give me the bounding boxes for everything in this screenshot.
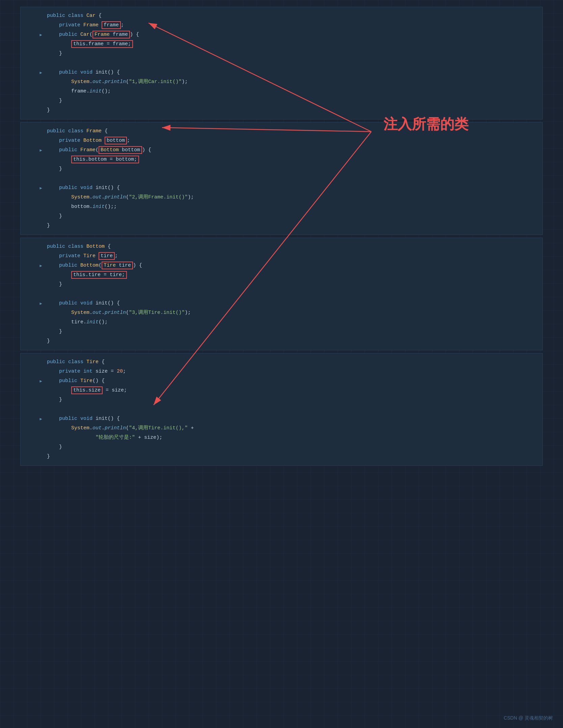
- line-car-3: ▶ public Car(Frame frame) {: [21, 30, 542, 39]
- fold-arrow-tire-constructor[interactable]: ▶: [37, 379, 44, 384]
- line-bottom-3: ▶ public Bottom(Tire tire) {: [21, 261, 542, 270]
- code-text: private Frame frame;: [44, 21, 542, 29]
- code-text: }: [44, 328, 542, 336]
- frame-class-block: public class Frame { private Bottom bott…: [20, 122, 543, 235]
- code-text: }: [44, 337, 542, 345]
- line-car-9: frame.init();: [21, 87, 542, 96]
- line-car-8: System.out.println("1,调用Car.init()");: [21, 77, 542, 87]
- line-frame-2: private Bottom bottom;: [21, 136, 542, 145]
- code-text: public void init() {: [44, 415, 542, 423]
- fold-arrow-car-init[interactable]: ▶: [37, 70, 44, 75]
- bottom-class-block: public class Bottom { private Tire tire;…: [20, 238, 543, 350]
- line-tire-6: [21, 405, 542, 414]
- code-text: public class Car {: [44, 12, 542, 20]
- annotation-label: 注入所需的类: [383, 115, 468, 134]
- code-text: }: [44, 396, 542, 404]
- line-frame-4: this.bottom = bottom;: [21, 155, 542, 164]
- line-frame-5: }: [21, 164, 542, 174]
- code-text: }: [44, 106, 542, 114]
- watermark: CSDN @ 灵魂相契的树: [504, 715, 553, 721]
- code-text: public void init() {: [44, 184, 542, 192]
- code-text: public Frame(Bottom bottom) {: [44, 146, 542, 154]
- code-text: }: [44, 165, 542, 173]
- code-text: public class Bottom {: [44, 243, 542, 251]
- line-tire-10: }: [21, 442, 542, 452]
- code-text: this.frame = frame;: [44, 40, 542, 48]
- code-text: bottom.init();;: [44, 203, 542, 211]
- code-editor: public class Car { private Frame frame; …: [0, 0, 563, 475]
- line-frame-8: System.out.println("2,调用Frame.init()");: [21, 193, 542, 202]
- code-text: public void init() {: [44, 299, 542, 307]
- code-text: this.bottom = bottom;: [44, 156, 542, 164]
- code-text: this.tire = tire;: [44, 271, 542, 279]
- line-bottom-10: }: [21, 327, 542, 336]
- line-bottom-9: tire.init();: [21, 318, 542, 327]
- code-text: System.out.println("1,调用Car.init()");: [44, 78, 542, 86]
- code-text: }: [44, 280, 542, 289]
- fold-arrow-tire-init[interactable]: ▶: [37, 416, 44, 422]
- fold-arrow-frame-constructor[interactable]: ▶: [37, 148, 44, 153]
- line-frame-11: }: [21, 221, 542, 231]
- line-bottom-4: this.tire = tire;: [21, 270, 542, 280]
- code-text: private int size = 20;: [44, 368, 542, 376]
- code-text: frame.init();: [44, 87, 542, 96]
- car-class-block: public class Car { private Frame frame; …: [20, 7, 543, 119]
- code-text: }: [44, 50, 542, 58]
- code-text: System.out.println("4,调用Tire.init()," +: [44, 424, 542, 432]
- code-text: }: [44, 222, 542, 230]
- line-bottom-8: System.out.println("3,调用Tire.init()");: [21, 308, 542, 318]
- code-text: private Tire tire;: [44, 252, 542, 260]
- code-text: tire.init();: [44, 318, 542, 326]
- code-text: private Bottom bottom;: [44, 137, 542, 145]
- line-frame-3: ▶ public Frame(Bottom bottom) {: [21, 145, 542, 155]
- code-text: System.out.println("2,调用Frame.init()");: [44, 193, 542, 201]
- line-car-11: }: [21, 106, 542, 115]
- line-tire-3: ▶ public Tire() {: [21, 376, 542, 386]
- fold-arrow-bottom-init[interactable]: ▶: [37, 301, 44, 306]
- code-text: }: [44, 212, 542, 220]
- line-car-5: }: [21, 49, 542, 58]
- code-text: public Car(Frame frame) {: [44, 31, 542, 39]
- fold-arrow-car-constructor[interactable]: ▶: [37, 32, 44, 37]
- code-text: this.size = size;: [44, 386, 542, 395]
- fold-arrow-bottom-constructor[interactable]: ▶: [37, 263, 44, 268]
- line-tire-7: ▶ public void init() {: [21, 414, 542, 424]
- tire-class-block: public class Tire { private int size = 2…: [20, 353, 543, 466]
- code-text: }: [44, 443, 542, 451]
- line-tire-9: "轮胎的尺寸是:" + size);: [21, 433, 542, 442]
- line-frame-10: }: [21, 212, 542, 221]
- line-car-7: ▶ public void init() {: [21, 68, 542, 77]
- line-bottom-5: }: [21, 280, 542, 289]
- line-tire-8: System.out.println("4,调用Tire.init()," +: [21, 424, 542, 433]
- line-car-2: private Frame frame;: [21, 21, 542, 30]
- code-text: System.out.println("3,调用Tire.init()");: [44, 309, 542, 317]
- line-bottom-2: private Tire tire;: [21, 251, 542, 261]
- code-text: }: [44, 97, 542, 105]
- line-car-4: this.frame = frame;: [21, 39, 542, 49]
- line-bottom-7: ▶ public void init() {: [21, 299, 542, 308]
- line-tire-2: private int size = 20;: [21, 367, 542, 376]
- code-text: "轮胎的尺寸是:" + size);: [44, 434, 542, 442]
- line-frame-6: [21, 174, 542, 183]
- code-text: }: [44, 453, 542, 461]
- line-frame-9: bottom.init();;: [21, 202, 542, 212]
- fold-arrow-frame-init[interactable]: ▶: [37, 186, 44, 191]
- line-car-10: }: [21, 96, 542, 106]
- code-text: public Tire() {: [44, 377, 542, 385]
- line-bottom-6: [21, 289, 542, 299]
- line-tire-5: }: [21, 395, 542, 405]
- line-frame-7: ▶ public void init() {: [21, 183, 542, 193]
- code-text: public class Tire {: [44, 358, 542, 366]
- line-tire-11: }: [21, 452, 542, 461]
- code-text: public Bottom(Tire tire) {: [44, 262, 542, 270]
- line-car-1: public class Car {: [21, 11, 542, 21]
- line-car-6: [21, 58, 542, 68]
- line-tire-4: this.size = size;: [21, 386, 542, 395]
- line-tire-1: public class Tire {: [21, 357, 542, 367]
- line-bottom-11: }: [21, 336, 542, 346]
- line-bottom-1: public class Bottom {: [21, 242, 542, 251]
- code-text: public void init() {: [44, 69, 542, 77]
